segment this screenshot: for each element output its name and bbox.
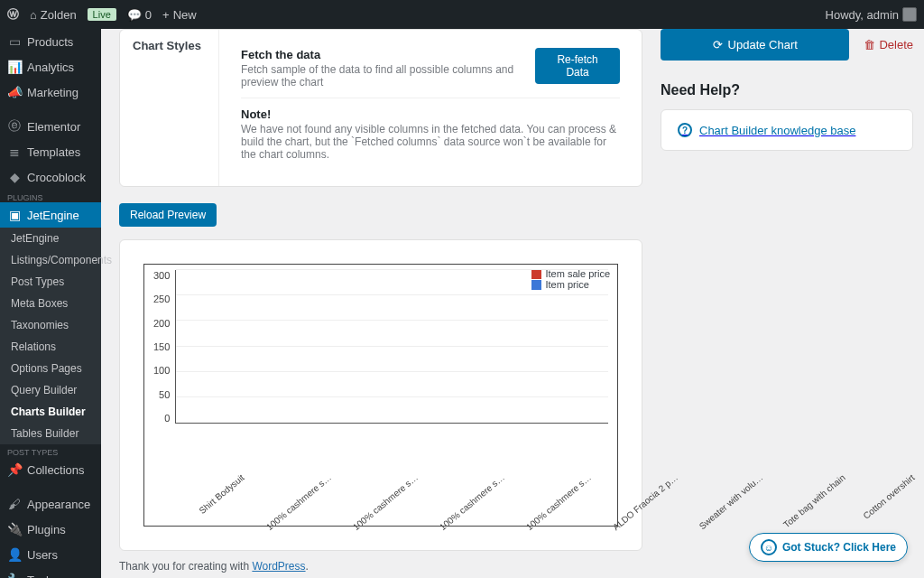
nav-tools[interactable]: 🔧Tools [0,567,101,578]
chart-preview: Item sale price Item price 3002502001501… [119,239,642,551]
section-posttypes: POST TYPES [0,444,101,457]
update-chart-button[interactable]: ⟳Update Chart [661,29,849,61]
sub-query-builder[interactable]: Query Builder [0,379,101,401]
new-link[interactable]: +New [162,8,197,22]
admin-toolbar: ⓦ ⌂Zolden Live 💬0 +New Howdy, admin [0,0,924,29]
marketing-icon: 📣 [7,85,22,99]
sub-taxonomies[interactable]: Taxonomies [0,314,101,336]
howdy-text: Howdy, admin [826,8,899,22]
y-axis: 300250200150100500 [153,270,175,424]
fetch-heading: Fetch the data [241,48,517,61]
nav-marketing[interactable]: 📣Marketing [0,79,101,105]
x-axis: Shirt Bodysuit100% cashmere s…100% cashm… [153,469,608,479]
sub-meta-boxes[interactable]: Meta Boxes [0,293,101,314]
tab-chart-styles[interactable]: Chart Styles [133,39,201,52]
sub-jetengine[interactable]: JetEngine [0,228,101,249]
wrench-icon: 🔧 [7,573,22,578]
comment-count: 0 [145,8,152,22]
wordpress-icon: ⓦ [7,6,19,23]
sub-charts-builder[interactable]: Charts Builder [0,401,101,423]
plus-icon: + [162,8,170,22]
nav-collections[interactable]: 📌Collections [0,457,101,482]
refresh-icon: ⟳ [713,38,723,51]
x-tick-label: ALDO Fraocia 2 p… [611,472,679,532]
nav-plugins[interactable]: 🔌Plugins [0,517,101,542]
refetch-button[interactable]: Re-fetch Data [535,48,620,84]
nav-analytics[interactable]: 📊Analytics [0,54,101,79]
sub-tables-builder[interactable]: Tables Builder [0,423,101,444]
note-desc: We have not found any visible columns in… [241,123,620,161]
wordpress-link[interactable]: WordPress [252,560,305,573]
site-name: Zolden [41,8,77,22]
home-icon: ⌂ [30,8,37,22]
footer-text: Thank you for creating with [119,560,252,573]
products-icon: ▭ [7,34,22,49]
sub-listings[interactable]: Listings/Components [0,249,101,271]
nav-users[interactable]: 👤Users [0,542,101,567]
note-section: Note! We have not found any visible colu… [241,98,620,170]
sub-options-pages[interactable]: Options Pages [0,358,101,379]
new-label: New [173,8,197,22]
live-badge: Live [88,8,116,21]
sub-relations[interactable]: Relations [0,336,101,358]
templates-icon: ≣ [7,144,22,159]
footer: Thank you for creating with WordPress. [119,551,642,578]
admin-sidebar: ▭Products 📊Analytics 📣Marketing ⓔElement… [0,29,101,578]
sub-post-types[interactable]: Post Types [0,271,101,293]
fetch-section: Fetch the data Fetch sample of the data … [241,39,620,98]
nav-elementor[interactable]: ⓔElementor [0,114,101,139]
nav-jetengine[interactable]: ▣JetEngine [0,202,101,228]
site-link[interactable]: ⌂Zolden [30,8,77,22]
kb-link[interactable]: ? Chart Builder knowledge base [661,109,913,151]
avatar [902,7,917,22]
x-tick-label: Sweater with volu… [698,472,765,531]
analytics-icon: 📊 [7,60,22,74]
x-tick-label: Cotton overshirt [861,472,916,521]
comments-link[interactable]: 💬0 [127,8,152,22]
jetengine-icon: ▣ [7,208,22,222]
trash-icon: 🗑 [864,38,875,51]
pin-icon: 📌 [7,462,22,477]
need-help-title: Need Help? [661,82,913,98]
help-icon: ☺ [761,539,777,555]
plug-icon: 🔌 [7,522,22,536]
nav-crocoblock[interactable]: ◆Crocoblock [0,164,101,190]
note-heading: Note! [241,107,620,121]
nav-appearance[interactable]: 🖌Appearance [0,491,101,517]
brush-icon: 🖌 [7,497,22,511]
user-icon: 👤 [7,547,22,562]
wp-logo[interactable]: ⓦ [7,6,19,23]
nav-templates[interactable]: ≣Templates [0,139,101,164]
plot-area [175,270,608,424]
fetch-desc: Fetch sample of the data to find all pos… [241,63,517,89]
crocoblock-icon: ◆ [7,170,22,184]
nav-products[interactable]: ▭Products [0,29,101,54]
section-plugins: PLUGINS [0,190,101,202]
howdy-link[interactable]: Howdy, admin [826,7,917,22]
kb-label: Chart Builder knowledge base [699,124,855,137]
x-tick-label: Tote bag with chain [781,472,847,529]
reload-preview-button[interactable]: Reload Preview [119,203,217,227]
elementor-icon: ⓔ [7,119,22,134]
delete-link[interactable]: 🗑Delete [864,38,913,51]
comment-icon: 💬 [127,8,142,22]
got-stuck-button[interactable]: ☺ Got Stuck? Click Here [749,533,908,562]
question-icon: ? [678,123,692,137]
